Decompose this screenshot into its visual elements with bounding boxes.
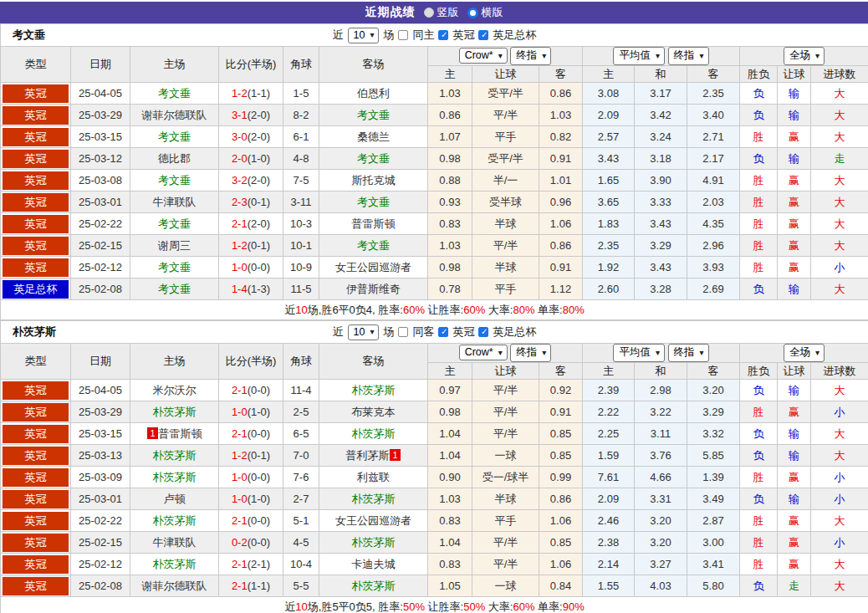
match-count-select[interactable]: 10▾ bbox=[348, 28, 380, 43]
league-badge: 英冠 bbox=[3, 215, 69, 233]
match-type: 英冠 bbox=[1, 532, 71, 554]
match-date: 25-03-15 bbox=[71, 126, 130, 148]
summary-value: 80% bbox=[513, 304, 534, 316]
col-header-goals: 进球数 bbox=[811, 363, 868, 380]
vertical-radio-label[interactable]: 竖版 bbox=[437, 5, 459, 20]
result-winlose: 胜 bbox=[740, 213, 778, 235]
result-winlose: 负 bbox=[740, 423, 778, 445]
odds-handicap: 平手 bbox=[472, 278, 539, 300]
result-winlose: 胜 bbox=[740, 467, 778, 488]
match-date: 25-03-29 bbox=[71, 105, 130, 126]
team-name-title: 考文垂 bbox=[13, 24, 45, 46]
odds-time-select[interactable]: 终指▾ bbox=[510, 47, 551, 65]
halftime-score: (0-1) bbox=[248, 196, 270, 208]
cup-checkbox[interactable] bbox=[479, 327, 489, 337]
score: 0-2(0-0) bbox=[219, 532, 283, 554]
avg-select[interactable]: 平均值▾ bbox=[613, 47, 665, 65]
avg-home: 2.14 bbox=[583, 554, 635, 575]
odds-group-header: Crow*▾ 终指▾ bbox=[428, 344, 583, 363]
col-header-date: 日期 bbox=[71, 344, 130, 380]
home-team: 谢周三 bbox=[130, 235, 219, 257]
odds-handicap: 半球 bbox=[472, 257, 539, 278]
scope-select[interactable]: 全场▾ bbox=[784, 344, 825, 362]
result-winlose: 负 bbox=[740, 105, 778, 126]
avg-time-select[interactable]: 终指▾ bbox=[668, 344, 709, 362]
fulltime-score: 3-1 bbox=[232, 109, 248, 121]
col-header-avg-away: 客 bbox=[687, 363, 740, 380]
match-row: 英冠25-02-12考文垂1-0(0-0)10-9女王公园巡游者0.98半球0.… bbox=[1, 257, 868, 278]
chevron-down-icon: ▾ bbox=[815, 51, 819, 60]
chevron-down-icon: ▾ bbox=[498, 51, 503, 60]
odds-away: 0.91 bbox=[539, 257, 583, 278]
avg-away: 5.85 bbox=[687, 445, 740, 467]
odds-source-select[interactable]: Crow*▾ bbox=[459, 345, 508, 360]
odds-home: 1.03 bbox=[428, 235, 472, 257]
vertical-layout-option[interactable]: 竖版 bbox=[424, 5, 459, 20]
away-team-name: 考文垂 bbox=[357, 109, 390, 121]
score: 1-2(0-1) bbox=[219, 235, 283, 257]
result-goals: 大 bbox=[811, 445, 868, 467]
odds-away: 0.86 bbox=[539, 488, 583, 510]
avg-home: 1.65 bbox=[583, 170, 635, 192]
col-header-away: 客场 bbox=[319, 344, 428, 380]
match-date: 25-03-01 bbox=[71, 488, 130, 510]
avg-away: 2.87 bbox=[687, 510, 740, 532]
match-type: 英冠 bbox=[1, 126, 71, 148]
chevron-down-icon: ▾ bbox=[656, 51, 660, 60]
league-checkbox[interactable] bbox=[439, 327, 449, 337]
chevron-down-icon: ▾ bbox=[656, 348, 660, 357]
avg-home: 2.46 bbox=[583, 510, 635, 532]
avg-select[interactable]: 平均值▾ bbox=[613, 344, 665, 362]
same-venue-checkbox[interactable] bbox=[399, 30, 409, 40]
league-badge: 英冠 bbox=[3, 447, 69, 465]
match-row: 英冠25-03-13朴茨茅斯1-2(0-1)7-0普利茅斯11.04一球0.85… bbox=[1, 445, 868, 467]
odds-home: 1.07 bbox=[428, 126, 472, 148]
avg-time-select[interactable]: 终指▾ bbox=[668, 47, 709, 65]
same-venue-checkbox[interactable] bbox=[399, 327, 409, 337]
league-checkbox[interactable] bbox=[439, 30, 449, 40]
home-team-name: 谢周三 bbox=[158, 239, 191, 252]
away-team: 伯恩利 bbox=[319, 83, 428, 105]
corners: 7-5 bbox=[283, 170, 319, 192]
result-goals: 大 bbox=[811, 126, 868, 148]
odds-time-select[interactable]: 终指▾ bbox=[510, 344, 551, 362]
match-row: 英冠25-02-22考文垂2-1(2-0)10-3普雷斯顿0.83半球1.061… bbox=[1, 213, 868, 235]
horizontal-radio-icon[interactable] bbox=[467, 8, 478, 18]
corners: 10-4 bbox=[283, 554, 319, 575]
fulltime-score: 2-1 bbox=[232, 384, 248, 396]
odds-source-select[interactable]: Crow*▾ bbox=[459, 48, 508, 64]
corners: 5-5 bbox=[283, 575, 319, 597]
match-type: 英冠 bbox=[1, 510, 71, 532]
match-count-select[interactable]: 10▾ bbox=[348, 324, 380, 340]
match-date: 25-02-08 bbox=[71, 575, 130, 597]
away-team-name: 布莱克本 bbox=[352, 406, 396, 418]
match-row: 英冠25-03-15考文垂3-0(2-0)6-1桑德兰1.07平手0.822.5… bbox=[1, 126, 868, 148]
away-team-name: 普利茅斯 bbox=[345, 449, 389, 462]
vertical-radio-icon[interactable] bbox=[424, 8, 434, 18]
halftime-score: (2-0) bbox=[248, 217, 270, 230]
chevron-down-icon: ▾ bbox=[815, 348, 819, 357]
scope-select[interactable]: 全场▾ bbox=[784, 47, 825, 65]
col-header-avg-home: 主 bbox=[583, 363, 635, 380]
odds-handicap: 半/一 bbox=[472, 170, 539, 192]
summary-value: 10 bbox=[295, 304, 307, 316]
summary-label: 单率: bbox=[534, 304, 562, 316]
match-date: 25-02-08 bbox=[71, 278, 130, 300]
match-date: 25-03-12 bbox=[71, 148, 130, 170]
cup-checkbox[interactable] bbox=[479, 30, 489, 40]
league-badge: 英冠 bbox=[3, 193, 69, 212]
result-handicap: 赢 bbox=[778, 213, 811, 235]
home-team-name: 牛津联队 bbox=[153, 196, 197, 208]
halftime-score: (1-0) bbox=[248, 493, 270, 505]
match-type: 英冠 bbox=[1, 445, 71, 467]
match-row: 英冠25-03-151普雷斯顿2-1(0-0)6-5朴茨茅斯1.04平/半0.8… bbox=[1, 423, 868, 445]
corners: 1-5 bbox=[283, 83, 319, 105]
result-goals: 大 bbox=[811, 105, 868, 126]
result-winlose: 负 bbox=[740, 380, 778, 401]
match-row: 英冠25-02-12朴茨茅斯2-1(2-1)10-4卡迪夫城0.83平/半1.0… bbox=[1, 554, 868, 575]
chevron-down-icon: ▾ bbox=[498, 348, 503, 357]
league-badge: 英冠 bbox=[3, 171, 69, 190]
result-handicap: 赢 bbox=[778, 554, 811, 575]
horizontal-layout-option[interactable]: 横版 bbox=[467, 5, 503, 20]
horizontal-radio-label[interactable]: 横版 bbox=[482, 5, 503, 20]
